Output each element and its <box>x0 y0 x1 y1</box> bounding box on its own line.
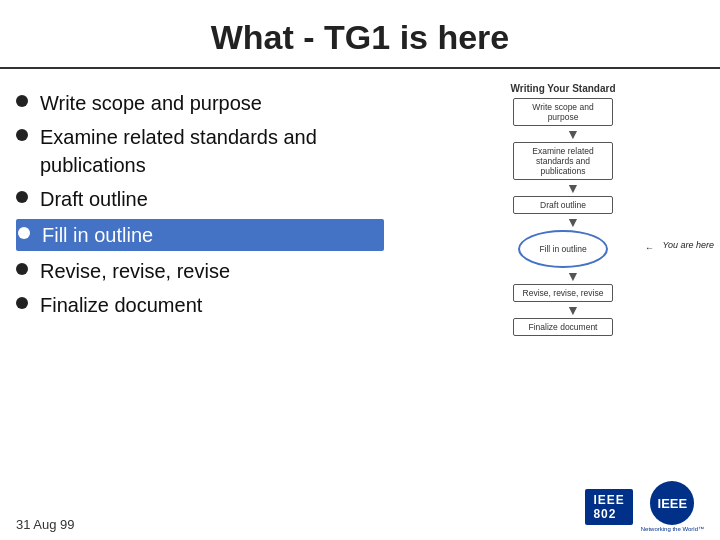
bullet-item-6: Finalize document <box>16 291 384 319</box>
diagram-title: Writing Your Standard <box>422 83 704 94</box>
bullet-item-5: Revise, revise, revise <box>16 257 384 285</box>
diag-arrow-4: ▼ <box>566 269 580 283</box>
content-area: Write scope and purposeExamine related s… <box>0 69 720 529</box>
diag-step-2: Examine relatedstandards andpublications <box>513 142 613 180</box>
bullet-text-1: Write scope and purpose <box>40 89 262 117</box>
logos: IEEE802 IEEE Networking the World™ <box>585 481 704 532</box>
bullet-item-1: Write scope and purpose <box>16 89 384 117</box>
bullet-text-3: Draft outline <box>40 185 148 213</box>
diag-step-6: Finalize document <box>513 318 613 336</box>
bullet-text-2: Examine related standards and publicatio… <box>40 123 384 179</box>
diag-step-4-oval: Fill in outline <box>518 230 608 268</box>
diag-step-5: Revise, revise, revise <box>513 284 613 302</box>
bullet-dot-3 <box>16 191 28 203</box>
bullet-list: Write scope and purposeExamine related s… <box>16 89 384 319</box>
bullet-dot-5 <box>16 263 28 275</box>
diag-arrow-1: ▼ <box>566 127 580 141</box>
bullet-dot-4 <box>18 227 30 239</box>
bullet-dot-2 <box>16 129 28 141</box>
diagram-inner: Write scope andpurpose ▼ Examine related… <box>422 98 704 336</box>
ieee-tagline: Networking the World™ <box>641 526 704 532</box>
diag-step-1: Write scope andpurpose <box>513 98 613 126</box>
slide-title: What - TG1 is here <box>211 18 510 56</box>
bullet-text-4: Fill in outline <box>42 221 153 249</box>
ieee-logo: IEEE Networking the World™ <box>641 481 704 532</box>
bullet-item-4: Fill in outline <box>16 219 384 251</box>
bullet-text-6: Finalize document <box>40 291 202 319</box>
bullet-dot-6 <box>16 297 28 309</box>
left-panel: Write scope and purposeExamine related s… <box>16 83 394 519</box>
slide: What - TG1 is here Write scope and purpo… <box>0 0 720 540</box>
ieee-circle-logo: IEEE <box>650 481 694 525</box>
diag-arrow-5: ▼ <box>566 303 580 317</box>
diagram-container: Writing Your Standard Write scope andpur… <box>402 83 704 519</box>
right-panel: Writing Your Standard Write scope andpur… <box>394 83 704 519</box>
diag-arrow-2: ▼ <box>566 181 580 195</box>
bullet-item-2: Examine related standards and publicatio… <box>16 123 384 179</box>
title-bar: What - TG1 is here <box>0 0 720 69</box>
diag-step-3: Draft outline <box>513 196 613 214</box>
ieee802-logo: IEEE802 <box>585 489 632 525</box>
diag-arrow-3: ▼ <box>566 215 580 229</box>
bottom-bar: 31 Aug 99 IEEE802 IEEE Networking the Wo… <box>16 481 704 532</box>
bullet-item-3: Draft outline <box>16 185 384 213</box>
date-label: 31 Aug 99 <box>16 517 75 532</box>
bullet-text-5: Revise, revise, revise <box>40 257 230 285</box>
bullet-dot-1 <box>16 95 28 107</box>
you-are-here-label: You are here <box>662 240 714 250</box>
